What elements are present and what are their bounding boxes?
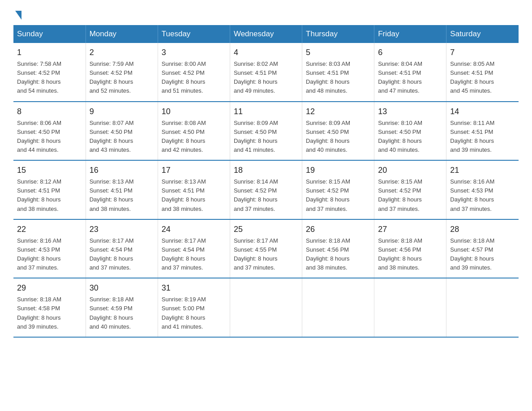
day-number: 20 [378, 164, 442, 176]
day-info: Sunrise: 8:12 AMSunset: 4:51 PMDaylight:… [17, 177, 82, 214]
day-number: 15 [17, 164, 82, 176]
week-row-4: 22Sunrise: 8:16 AMSunset: 4:53 PMDayligh… [13, 219, 519, 278]
day-cell [374, 278, 446, 337]
day-info: Sunrise: 8:11 AMSunset: 4:51 PMDaylight:… [450, 119, 515, 155]
day-number: 12 [306, 106, 370, 118]
day-cell: 2Sunrise: 7:59 AMSunset: 4:52 PMDaylight… [86, 43, 158, 102]
day-number: 4 [234, 47, 298, 59]
day-number: 24 [162, 223, 226, 235]
day-info: Sunrise: 8:06 AMSunset: 4:50 PMDaylight:… [17, 119, 82, 155]
week-row-1: 1Sunrise: 7:58 AMSunset: 4:52 PMDaylight… [13, 43, 519, 102]
day-cell: 14Sunrise: 8:11 AMSunset: 4:51 PMDayligh… [446, 102, 519, 161]
header [13, 9, 519, 18]
day-number: 26 [306, 223, 370, 235]
day-info: Sunrise: 8:18 AMSunset: 4:56 PMDaylight:… [306, 236, 370, 273]
day-cell: 16Sunrise: 8:13 AMSunset: 4:51 PMDayligh… [86, 160, 158, 219]
day-cell: 3Sunrise: 8:00 AMSunset: 4:52 PMDaylight… [158, 43, 230, 102]
day-number: 6 [378, 47, 442, 59]
col-header-tuesday: Tuesday [158, 25, 230, 43]
day-info: Sunrise: 8:07 AMSunset: 4:50 PMDaylight:… [90, 119, 154, 155]
day-info: Sunrise: 8:00 AMSunset: 4:52 PMDaylight:… [162, 60, 226, 96]
day-number: 11 [234, 106, 298, 118]
day-info: Sunrise: 8:05 AMSunset: 4:51 PMDaylight:… [450, 60, 515, 96]
page: SundayMondayTuesdayWednesdayThursdayFrid… [0, 0, 532, 347]
day-info: Sunrise: 8:18 AMSunset: 4:56 PMDaylight:… [378, 236, 442, 273]
day-number: 28 [450, 223, 515, 235]
day-number: 16 [90, 164, 154, 176]
day-cell: 1Sunrise: 7:58 AMSunset: 4:52 PMDaylight… [13, 43, 86, 102]
day-cell: 4Sunrise: 8:02 AMSunset: 4:51 PMDaylight… [230, 43, 302, 102]
day-cell: 13Sunrise: 8:10 AMSunset: 4:50 PMDayligh… [374, 102, 446, 161]
day-number: 27 [378, 223, 442, 235]
day-cell: 22Sunrise: 8:16 AMSunset: 4:53 PMDayligh… [13, 219, 86, 278]
col-header-wednesday: Wednesday [230, 25, 302, 43]
day-info: Sunrise: 7:58 AMSunset: 4:52 PMDaylight:… [17, 60, 82, 96]
day-number: 3 [162, 47, 226, 59]
day-info: Sunrise: 8:15 AMSunset: 4:52 PMDaylight:… [378, 177, 442, 214]
day-cell: 8Sunrise: 8:06 AMSunset: 4:50 PMDaylight… [13, 102, 86, 161]
day-info: Sunrise: 8:13 AMSunset: 4:51 PMDaylight:… [162, 177, 226, 214]
day-cell: 11Sunrise: 8:09 AMSunset: 4:50 PMDayligh… [230, 102, 302, 161]
day-cell [230, 278, 302, 337]
day-number: 19 [306, 164, 370, 176]
day-number: 14 [450, 106, 515, 118]
day-number: 1 [17, 47, 82, 59]
day-cell: 7Sunrise: 8:05 AMSunset: 4:51 PMDaylight… [446, 43, 519, 102]
day-info: Sunrise: 8:02 AMSunset: 4:51 PMDaylight:… [234, 60, 298, 96]
col-header-saturday: Saturday [446, 25, 519, 43]
day-info: Sunrise: 8:17 AMSunset: 4:55 PMDaylight:… [234, 236, 298, 273]
week-row-5: 29Sunrise: 8:18 AMSunset: 4:58 PMDayligh… [13, 278, 519, 337]
day-cell: 21Sunrise: 8:16 AMSunset: 4:53 PMDayligh… [446, 160, 519, 219]
week-row-2: 8Sunrise: 8:06 AMSunset: 4:50 PMDaylight… [13, 102, 519, 161]
logo [13, 9, 21, 18]
day-number: 5 [306, 47, 370, 59]
day-cell: 15Sunrise: 8:12 AMSunset: 4:51 PMDayligh… [13, 160, 86, 219]
day-cell: 10Sunrise: 8:08 AMSunset: 4:50 PMDayligh… [158, 102, 230, 161]
calendar-table: SundayMondayTuesdayWednesdayThursdayFrid… [13, 25, 519, 338]
header-row: SundayMondayTuesdayWednesdayThursdayFrid… [13, 25, 519, 43]
logo-text [13, 9, 21, 20]
day-info: Sunrise: 8:18 AMSunset: 4:57 PMDaylight:… [450, 236, 515, 273]
day-cell: 31Sunrise: 8:19 AMSunset: 5:00 PMDayligh… [158, 278, 230, 337]
day-number: 7 [450, 47, 515, 59]
day-cell: 26Sunrise: 8:18 AMSunset: 4:56 PMDayligh… [302, 219, 374, 278]
day-cell: 27Sunrise: 8:18 AMSunset: 4:56 PMDayligh… [374, 219, 446, 278]
day-number: 25 [234, 223, 298, 235]
day-info: Sunrise: 8:16 AMSunset: 4:53 PMDaylight:… [450, 177, 515, 214]
day-cell: 9Sunrise: 8:07 AMSunset: 4:50 PMDaylight… [86, 102, 158, 161]
day-cell: 23Sunrise: 8:17 AMSunset: 4:54 PMDayligh… [86, 219, 158, 278]
day-info: Sunrise: 8:13 AMSunset: 4:51 PMDaylight:… [90, 177, 154, 214]
day-info: Sunrise: 8:15 AMSunset: 4:52 PMDaylight:… [306, 177, 370, 214]
day-info: Sunrise: 8:08 AMSunset: 4:50 PMDaylight:… [162, 119, 226, 155]
day-cell: 28Sunrise: 8:18 AMSunset: 4:57 PMDayligh… [446, 219, 519, 278]
day-number: 30 [90, 282, 154, 294]
day-number: 22 [17, 223, 82, 235]
col-header-sunday: Sunday [13, 25, 86, 43]
week-row-3: 15Sunrise: 8:12 AMSunset: 4:51 PMDayligh… [13, 160, 519, 219]
col-header-thursday: Thursday [302, 25, 374, 43]
day-info: Sunrise: 8:19 AMSunset: 5:00 PMDaylight:… [162, 295, 226, 331]
col-header-friday: Friday [374, 25, 446, 43]
logo-arrow-icon [15, 11, 21, 20]
day-info: Sunrise: 8:16 AMSunset: 4:53 PMDaylight:… [17, 236, 82, 273]
day-cell: 19Sunrise: 8:15 AMSunset: 4:52 PMDayligh… [302, 160, 374, 219]
day-number: 17 [162, 164, 226, 176]
day-number: 10 [162, 106, 226, 118]
day-number: 9 [90, 106, 154, 118]
day-cell [302, 278, 374, 337]
day-number: 21 [450, 164, 515, 176]
day-number: 8 [17, 106, 82, 118]
day-info: Sunrise: 8:04 AMSunset: 4:51 PMDaylight:… [378, 60, 442, 96]
day-cell [446, 278, 519, 337]
day-info: Sunrise: 8:10 AMSunset: 4:50 PMDaylight:… [378, 119, 442, 155]
day-number: 2 [90, 47, 154, 59]
day-cell: 20Sunrise: 8:15 AMSunset: 4:52 PMDayligh… [374, 160, 446, 219]
day-info: Sunrise: 8:18 AMSunset: 4:59 PMDaylight:… [90, 295, 154, 331]
day-cell: 25Sunrise: 8:17 AMSunset: 4:55 PMDayligh… [230, 219, 302, 278]
day-cell: 30Sunrise: 8:18 AMSunset: 4:59 PMDayligh… [86, 278, 158, 337]
day-cell: 5Sunrise: 8:03 AMSunset: 4:51 PMDaylight… [302, 43, 374, 102]
day-number: 31 [162, 282, 226, 294]
day-cell: 24Sunrise: 8:17 AMSunset: 4:54 PMDayligh… [158, 219, 230, 278]
day-cell: 18Sunrise: 8:14 AMSunset: 4:52 PMDayligh… [230, 160, 302, 219]
day-number: 23 [90, 223, 154, 235]
